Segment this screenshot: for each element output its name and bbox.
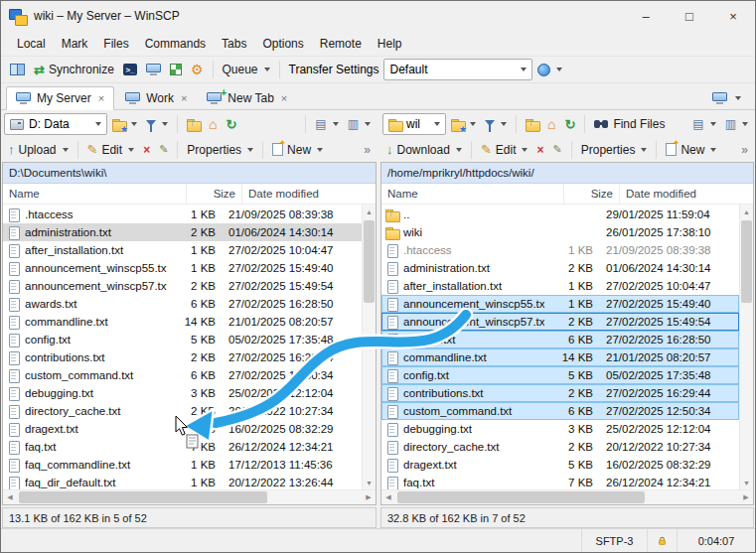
column-header-name[interactable]: Name: [3, 184, 187, 204]
scrollbar-thumb[interactable]: [741, 220, 752, 303]
menu-item-mark[interactable]: Mark: [54, 34, 96, 54]
file-row[interactable]: directory_cache.txt2 KB20/12/2022 10:27:…: [3, 402, 362, 420]
column-header-date-modified[interactable]: Date modified: [242, 184, 376, 204]
file-row[interactable]: config.txt5 KB05/02/2025 17:35:48: [381, 366, 739, 384]
remote-filter-button[interactable]: [481, 112, 511, 136]
remote-delete-button[interactable]: ×: [532, 138, 547, 162]
local-parent-directory-button[interactable]: ↑: [183, 112, 204, 136]
local-refresh-button[interactable]: ↻: [222, 112, 240, 136]
remote-rename-button[interactable]: ✎: [548, 138, 565, 162]
upload-button[interactable]: ↑ Upload: [4, 138, 73, 162]
tab-my-server[interactable]: My Server ×: [6, 86, 114, 110]
local-delete-button[interactable]: ×: [139, 138, 154, 162]
file-row[interactable]: commandline.txt14 KB21/01/2025 08:20:57: [381, 348, 739, 366]
column-header-date-modified[interactable]: Date modified: [620, 184, 753, 204]
commander-layout-button[interactable]: [6, 58, 29, 81]
local-tree-view-button[interactable]: ▤: [311, 112, 342, 136]
remote-new-button[interactable]: New: [662, 138, 720, 162]
scroll-right-icon[interactable]: ▶: [362, 493, 376, 501]
file-row[interactable]: after_installation.txt1 KB27/02/2025 10:…: [381, 277, 739, 295]
transfer-settings-combo[interactable]: Default: [383, 59, 532, 80]
local-rename-button[interactable]: ✎: [155, 138, 172, 162]
console-button[interactable]: >_: [119, 58, 141, 81]
tab-new-tab[interactable]: + New Tab ×: [198, 86, 296, 110]
scroll-up-icon[interactable]: ▲: [363, 205, 376, 218]
close-button[interactable]: ×: [711, 1, 755, 31]
scroll-down-icon[interactable]: ▼: [363, 476, 376, 489]
synchronize-browsing-button[interactable]: [166, 58, 186, 81]
remote-bookmarks-button[interactable]: ★: [447, 112, 480, 136]
file-row[interactable]: custom_command.txt6 KB27/02/2025 12:50:3…: [381, 402, 739, 420]
close-icon[interactable]: ×: [281, 92, 287, 104]
transfer-options-button[interactable]: [533, 58, 566, 81]
file-row[interactable]: faq_dir_default.txt1 KB20/12/2022 13:26:…: [3, 474, 362, 489]
close-icon[interactable]: ×: [181, 92, 187, 104]
local-properties-button[interactable]: Properties: [183, 138, 257, 162]
file-row[interactable]: after_installation.txt1 KB27/02/2025 10:…: [3, 241, 362, 259]
remote-properties-button[interactable]: Properties: [577, 138, 652, 162]
remote-refresh-button[interactable]: ↻: [560, 112, 579, 136]
remote-parent-directory-button[interactable]: ↑: [522, 112, 542, 136]
file-row[interactable]: announcement_winscp57.txt2 KB27/02/2025 …: [3, 277, 362, 295]
scrollbar-thumb[interactable]: [19, 491, 267, 503]
column-header-size[interactable]: Size: [187, 184, 242, 204]
file-row[interactable]: wiki26/01/2025 17:38:10: [381, 223, 739, 241]
file-row[interactable]: ↑..29/01/2025 11:59:04: [381, 206, 739, 223]
maximize-button[interactable]: □: [668, 1, 711, 31]
local-edit-button[interactable]: ✎ Edit: [83, 138, 139, 162]
scroll-down-icon[interactable]: ▼: [740, 476, 753, 489]
tab-work[interactable]: Work ×: [116, 86, 196, 110]
remote-path-bar[interactable]: /home/mprikryl/httpdocs/wiki/: [381, 163, 753, 184]
queue-button[interactable]: Queue: [219, 58, 274, 81]
file-row[interactable]: administration.txt2 KB01/06/2024 14:30:1…: [381, 259, 739, 277]
file-row[interactable]: commandline.txt14 KB21/01/2025 08:20:57: [3, 313, 362, 331]
menu-item-remote[interactable]: Remote: [312, 34, 370, 54]
new-session-button[interactable]: [142, 58, 165, 81]
scroll-left-icon[interactable]: ◀: [381, 493, 395, 501]
file-row[interactable]: custom_command.txt6 KB27/02/2025 12:50:3…: [3, 366, 362, 384]
local-bookmarks-button[interactable]: ★: [108, 112, 141, 136]
local-drive-combo[interactable]: D: Data: [4, 113, 107, 135]
remote-home-button[interactable]: ⌂: [543, 112, 559, 136]
file-row[interactable]: announcement_winscp57.txt2 KB27/02/2025 …: [381, 313, 739, 331]
local-horizontal-scrollbar[interactable]: ◀ ▶: [3, 489, 376, 504]
remote-edit-button[interactable]: ✎ Edit: [477, 138, 532, 162]
local-new-button[interactable]: New: [268, 138, 327, 162]
file-row[interactable]: announcement_winscp55.txt1 KB27/02/2025 …: [3, 259, 362, 277]
local-list-view-button[interactable]: ▥: [344, 112, 375, 136]
file-row[interactable]: .htaccess1 KB21/09/2025 08:39:38: [381, 241, 739, 259]
local-home-button[interactable]: ⌂: [205, 112, 221, 136]
scroll-right-icon[interactable]: ▶: [739, 493, 753, 501]
file-row[interactable]: announcement_winscp55.txt1 KB27/02/2025 …: [381, 295, 739, 313]
file-row[interactable]: contributions.txt2 KB27/02/2025 16:29:44: [3, 348, 362, 366]
menu-item-local[interactable]: Local: [9, 34, 54, 54]
column-header-name[interactable]: Name: [381, 184, 564, 204]
remote-more-commands-button[interactable]: »: [737, 138, 752, 162]
preferences-button[interactable]: ⚙: [187, 58, 208, 81]
file-row[interactable]: faq.txt7 KB26/12/2024 12:34:21: [381, 474, 739, 489]
remote-directory-combo[interactable]: wil: [382, 113, 446, 135]
remote-horizontal-scrollbar[interactable]: ◀ ▶: [381, 489, 753, 504]
find-files-button[interactable]: Find Files: [590, 112, 669, 136]
remote-tree-view-button[interactable]: ▤: [688, 112, 719, 136]
menu-item-tabs[interactable]: Tabs: [214, 34, 254, 54]
download-button[interactable]: ↓ Download: [382, 138, 466, 162]
local-filter-button[interactable]: [142, 112, 172, 136]
file-row[interactable]: awards.txt6 KB27/02/2025 16:28:50: [3, 295, 362, 313]
local-vertical-scrollbar[interactable]: ▲ ▼: [362, 205, 376, 489]
remote-vertical-scrollbar[interactable]: ▲ ▼: [739, 205, 753, 489]
protocol-indicator[interactable]: SFTP-3: [582, 529, 648, 552]
local-more-commands-button[interactable]: »: [360, 138, 375, 162]
scroll-up-icon[interactable]: ▲: [740, 205, 753, 218]
synchronize-button[interactable]: ⇄ Synchronize: [30, 58, 118, 81]
tab-list-button[interactable]: [703, 86, 750, 110]
remote-list-view-button[interactable]: ▥: [721, 112, 752, 136]
file-row[interactable]: faq.txt7 KB26/12/2024 12:34:21: [3, 438, 362, 456]
file-row[interactable]: administration.txt2 KB01/06/2024 14:30:1…: [3, 223, 362, 241]
file-row[interactable]: contributions.txt2 KB27/02/2025 16:29:44: [381, 384, 739, 402]
menu-item-help[interactable]: Help: [370, 34, 410, 54]
scroll-left-icon[interactable]: ◀: [3, 493, 17, 501]
file-row[interactable]: directory_cache.txt2 KB20/12/2022 10:27:…: [381, 438, 739, 456]
file-row[interactable]: debugging.txt3 KB25/02/2025 12:12:04: [3, 384, 362, 402]
local-path-bar[interactable]: D:\Documents\wiki\: [3, 163, 376, 184]
